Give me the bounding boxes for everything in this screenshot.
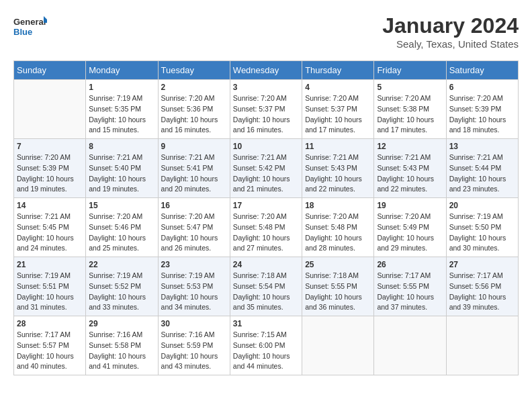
table-row: 20Sunrise: 7:19 AM Sunset: 5:50 PM Dayli… <box>446 198 518 257</box>
table-row <box>14 80 86 139</box>
day-info: Sunrise: 7:20 AM Sunset: 5:37 PM Dayligh… <box>233 93 299 136</box>
day-number: 13 <box>449 142 515 151</box>
day-info: Sunrise: 7:20 AM Sunset: 5:48 PM Dayligh… <box>233 212 299 254</box>
logo-svg: General Blue <box>13 13 47 40</box>
header-tuesday: Tuesday <box>158 61 230 80</box>
day-info: Sunrise: 7:20 AM Sunset: 5:46 PM Dayligh… <box>89 212 154 254</box>
day-number: 28 <box>17 319 83 328</box>
table-row <box>374 316 446 375</box>
day-number: 26 <box>377 260 443 269</box>
table-row: 9Sunrise: 7:21 AM Sunset: 5:41 PM Daylig… <box>158 139 230 198</box>
calendar-week-row: 1Sunrise: 7:19 AM Sunset: 5:35 PM Daylig… <box>14 80 519 139</box>
calendar-table: SundayMondayTuesdayWednesdayThursdayFrid… <box>13 60 519 375</box>
table-row: 14Sunrise: 7:21 AM Sunset: 5:45 PM Dayli… <box>14 198 86 257</box>
table-row: 18Sunrise: 7:20 AM Sunset: 5:48 PM Dayli… <box>302 198 374 257</box>
table-row: 17Sunrise: 7:20 AM Sunset: 5:48 PM Dayli… <box>230 198 302 257</box>
day-number: 7 <box>17 142 83 151</box>
day-number: 23 <box>161 260 227 269</box>
table-row: 4Sunrise: 7:20 AM Sunset: 5:37 PM Daylig… <box>302 80 374 139</box>
day-info: Sunrise: 7:21 AM Sunset: 5:45 PM Dayligh… <box>17 212 83 254</box>
svg-text:Blue: Blue <box>13 27 32 37</box>
day-number: 6 <box>449 83 515 92</box>
day-info: Sunrise: 7:19 AM Sunset: 5:51 PM Dayligh… <box>17 271 83 313</box>
table-row: 2Sunrise: 7:20 AM Sunset: 5:36 PM Daylig… <box>158 80 230 139</box>
day-info: Sunrise: 7:20 AM Sunset: 5:36 PM Dayligh… <box>161 93 227 136</box>
day-number: 2 <box>161 83 227 92</box>
day-number: 15 <box>89 201 154 210</box>
calendar-week-row: 21Sunrise: 7:19 AM Sunset: 5:51 PM Dayli… <box>14 257 519 316</box>
day-number: 16 <box>161 201 227 210</box>
page-header: General Blue January 2024 Sealy, Texas, … <box>13 13 519 50</box>
day-info: Sunrise: 7:17 AM Sunset: 5:55 PM Dayligh… <box>377 271 443 313</box>
table-row: 13Sunrise: 7:21 AM Sunset: 5:44 PM Dayli… <box>446 139 518 198</box>
table-row: 7Sunrise: 7:20 AM Sunset: 5:39 PM Daylig… <box>14 139 86 198</box>
header-friday: Friday <box>374 61 446 80</box>
table-row <box>446 316 518 375</box>
day-info: Sunrise: 7:21 AM Sunset: 5:44 PM Dayligh… <box>449 152 515 195</box>
day-number: 4 <box>305 83 371 92</box>
calendar-week-row: 28Sunrise: 7:17 AM Sunset: 5:57 PM Dayli… <box>14 316 519 375</box>
table-row: 5Sunrise: 7:20 AM Sunset: 5:38 PM Daylig… <box>374 80 446 139</box>
day-number: 25 <box>305 260 371 269</box>
day-number: 8 <box>89 142 154 151</box>
day-number: 19 <box>377 201 443 210</box>
table-row: 1Sunrise: 7:19 AM Sunset: 5:35 PM Daylig… <box>86 80 158 139</box>
day-info: Sunrise: 7:20 AM Sunset: 5:47 PM Dayligh… <box>161 212 227 254</box>
day-number: 3 <box>233 83 299 92</box>
table-row: 28Sunrise: 7:17 AM Sunset: 5:57 PM Dayli… <box>14 316 86 375</box>
day-number: 5 <box>377 83 443 92</box>
table-row: 16Sunrise: 7:20 AM Sunset: 5:47 PM Dayli… <box>158 198 230 257</box>
day-number: 18 <box>305 201 371 210</box>
day-info: Sunrise: 7:20 AM Sunset: 5:49 PM Dayligh… <box>377 212 443 254</box>
table-row: 26Sunrise: 7:17 AM Sunset: 5:55 PM Dayli… <box>374 257 446 316</box>
table-row: 30Sunrise: 7:16 AM Sunset: 5:59 PM Dayli… <box>158 316 230 375</box>
day-number: 22 <box>89 260 154 269</box>
day-info: Sunrise: 7:18 AM Sunset: 5:55 PM Dayligh… <box>305 271 371 313</box>
day-number: 17 <box>233 201 299 210</box>
day-number: 12 <box>377 142 443 151</box>
title-block: January 2024 Sealy, Texas, United States <box>382 13 519 50</box>
day-info: Sunrise: 7:21 AM Sunset: 5:42 PM Dayligh… <box>233 152 299 195</box>
header-sunday: Sunday <box>14 61 86 80</box>
day-info: Sunrise: 7:16 AM Sunset: 5:58 PM Dayligh… <box>89 330 154 372</box>
day-number: 30 <box>161 319 227 328</box>
calendar-week-row: 14Sunrise: 7:21 AM Sunset: 5:45 PM Dayli… <box>14 198 519 257</box>
day-info: Sunrise: 7:21 AM Sunset: 5:43 PM Dayligh… <box>377 152 443 195</box>
calendar-week-row: 7Sunrise: 7:20 AM Sunset: 5:39 PM Daylig… <box>14 139 519 198</box>
table-row: 31Sunrise: 7:15 AM Sunset: 6:00 PM Dayli… <box>230 316 302 375</box>
day-number: 1 <box>89 83 154 92</box>
day-info: Sunrise: 7:17 AM Sunset: 5:56 PM Dayligh… <box>449 271 515 313</box>
table-row: 29Sunrise: 7:16 AM Sunset: 5:58 PM Dayli… <box>86 316 158 375</box>
day-number: 27 <box>449 260 515 269</box>
day-info: Sunrise: 7:19 AM Sunset: 5:50 PM Dayligh… <box>449 212 515 254</box>
day-info: Sunrise: 7:19 AM Sunset: 5:53 PM Dayligh… <box>161 271 227 313</box>
table-row: 21Sunrise: 7:19 AM Sunset: 5:51 PM Dayli… <box>14 257 86 316</box>
day-info: Sunrise: 7:15 AM Sunset: 6:00 PM Dayligh… <box>233 330 299 372</box>
table-row: 27Sunrise: 7:17 AM Sunset: 5:56 PM Dayli… <box>446 257 518 316</box>
svg-text:General: General <box>13 17 46 27</box>
header-wednesday: Wednesday <box>230 61 302 80</box>
header-monday: Monday <box>86 61 158 80</box>
day-info: Sunrise: 7:20 AM Sunset: 5:38 PM Dayligh… <box>377 93 443 136</box>
table-row: 25Sunrise: 7:18 AM Sunset: 5:55 PM Dayli… <box>302 257 374 316</box>
day-info: Sunrise: 7:19 AM Sunset: 5:52 PM Dayligh… <box>89 271 154 313</box>
header-thursday: Thursday <box>302 61 374 80</box>
day-info: Sunrise: 7:18 AM Sunset: 5:54 PM Dayligh… <box>233 271 299 313</box>
table-row: 22Sunrise: 7:19 AM Sunset: 5:52 PM Dayli… <box>86 257 158 316</box>
day-number: 29 <box>89 319 154 328</box>
table-row: 10Sunrise: 7:21 AM Sunset: 5:42 PM Dayli… <box>230 139 302 198</box>
day-info: Sunrise: 7:21 AM Sunset: 5:40 PM Dayligh… <box>89 152 154 195</box>
day-number: 31 <box>233 319 299 328</box>
day-info: Sunrise: 7:20 AM Sunset: 5:39 PM Dayligh… <box>449 93 515 136</box>
day-number: 14 <box>17 201 83 210</box>
day-number: 21 <box>17 260 83 269</box>
day-number: 24 <box>233 260 299 269</box>
day-info: Sunrise: 7:20 AM Sunset: 5:39 PM Dayligh… <box>17 152 83 195</box>
day-number: 9 <box>161 142 227 151</box>
table-row: 24Sunrise: 7:18 AM Sunset: 5:54 PM Dayli… <box>230 257 302 316</box>
logo: General Blue <box>13 13 47 40</box>
day-number: 10 <box>233 142 299 151</box>
page-subtitle: Sealy, Texas, United States <box>382 38 519 50</box>
calendar-header-row: SundayMondayTuesdayWednesdayThursdayFrid… <box>14 61 519 80</box>
table-row: 6Sunrise: 7:20 AM Sunset: 5:39 PM Daylig… <box>446 80 518 139</box>
